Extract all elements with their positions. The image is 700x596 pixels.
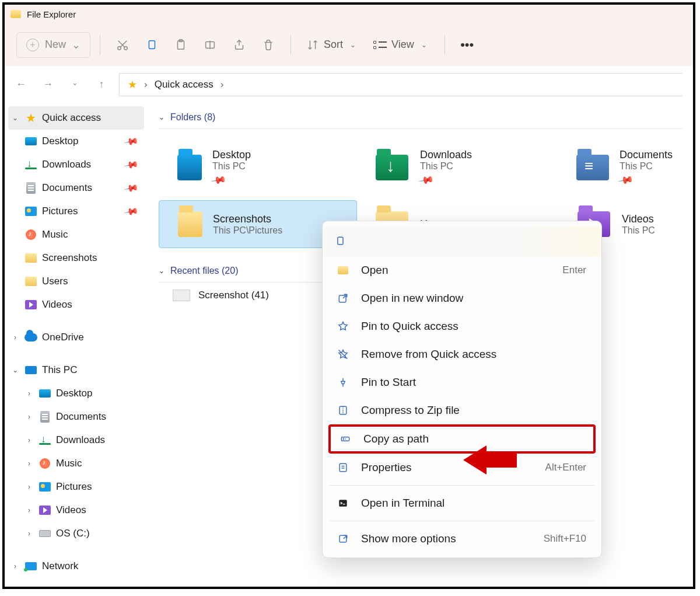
chevron-right-icon[interactable]: ›	[24, 413, 34, 421]
tree-item-desktop[interactable]: Desktop📌	[5, 130, 148, 153]
chevron-right-icon[interactable]: ›	[24, 436, 34, 444]
drive-icon	[39, 530, 51, 537]
tree-item-screenshots[interactable]: Screenshots	[5, 246, 148, 270]
tree-item-users[interactable]: Users	[5, 270, 148, 293]
tile-title: Downloads	[420, 149, 472, 161]
ctx-properties[interactable]: Properties Alt+Enter	[323, 454, 601, 482]
rename-button[interactable]	[197, 32, 223, 58]
tree-item-documents[interactable]: Documents📌	[5, 176, 148, 200]
ctx-open-terminal[interactable]: Open in Terminal	[323, 489, 601, 517]
folder-tile-desktop[interactable]: DesktopThis PC📌	[159, 140, 357, 196]
ctx-show-more-options[interactable]: Show more options Shift+F10	[323, 525, 601, 553]
pin-icon: 📌	[617, 172, 634, 189]
nav-back-button[interactable]: ←	[15, 78, 27, 90]
pictures-icon	[25, 207, 37, 216]
paste-button[interactable]	[168, 32, 194, 58]
pin-icon: 📌	[123, 203, 139, 219]
chevron-right-icon[interactable]: ›	[10, 562, 20, 570]
nav-forward-button[interactable]: →	[42, 78, 54, 90]
tree-item-pc-music[interactable]: ›Music	[5, 452, 148, 475]
chevron-down-icon[interactable]: ⌄	[10, 114, 20, 122]
star-icon: ★	[24, 111, 37, 124]
tree-network[interactable]: ›Network	[5, 555, 148, 578]
ctx-remove-quick-access[interactable]: Remove from Quick access	[323, 340, 601, 368]
ctx-copy-as-path[interactable]: Copy as path	[331, 427, 593, 451]
ctx-open[interactable]: Open Enter	[323, 256, 601, 284]
recent-section-header[interactable]: ⌄ Recent files (20)	[159, 261, 322, 283]
chevron-down-icon: ⌄	[350, 41, 356, 49]
tree-onedrive[interactable]: ›OneDrive	[5, 326, 148, 349]
annotation-highlight-box: Copy as path	[328, 424, 596, 454]
chevron-right-icon[interactable]: ›	[24, 506, 34, 514]
pc-icon	[25, 366, 37, 374]
tree-item-pc-os[interactable]: ›OS (C:)	[5, 522, 148, 545]
tree-item-videos[interactable]: Videos	[5, 293, 148, 316]
tree-item-pc-documents[interactable]: ›Documents	[5, 405, 148, 428]
svg-rect-13	[340, 463, 346, 471]
tree-item-pc-videos[interactable]: ›Videos	[5, 499, 148, 522]
folder-tile-downloads[interactable]: DownloadsThis PC📌	[366, 140, 559, 196]
view-button[interactable]: View ⌄	[368, 32, 435, 58]
nav-recent-button[interactable]: ⌄	[69, 78, 80, 90]
titlebar: File Explorer	[5, 5, 693, 23]
ctx-shortcut: Shift+F10	[544, 533, 586, 545]
chevron-down-icon: ⌄	[72, 39, 80, 51]
download-icon	[25, 160, 37, 169]
tile-sub: This PC\Pictures	[213, 225, 282, 236]
ctx-compress-zip[interactable]: Compress to Zip file	[323, 396, 601, 424]
music-icon	[40, 458, 50, 469]
tile-sub: This PC	[420, 161, 472, 172]
breadcrumb-location[interactable]: Quick access	[155, 79, 214, 90]
pin-icon: 📌	[123, 180, 139, 196]
ctx-pin-quick-access[interactable]: Pin to Quick access	[323, 312, 601, 340]
chevron-right-icon: ›	[144, 79, 148, 90]
chevron-right-icon[interactable]: ›	[24, 459, 34, 468]
chevron-right-icon[interactable]: ›	[24, 389, 34, 398]
ctx-label: Compress to Zip file	[361, 404, 460, 417]
folders-section-header[interactable]: ⌄ Folders (8)	[159, 107, 682, 129]
tree-item-downloads[interactable]: Downloads📌	[5, 153, 148, 176]
cut-button[interactable]	[110, 32, 135, 58]
more-button[interactable]: •••	[454, 32, 480, 58]
delete-button[interactable]	[256, 32, 281, 58]
tree-label: Downloads	[42, 159, 91, 170]
chevron-right-icon[interactable]: ›	[24, 529, 34, 538]
pin-icon: 📌	[123, 156, 139, 172]
tree-item-pc-pictures[interactable]: ›Pictures	[5, 475, 148, 499]
tree-label: Users	[42, 276, 68, 287]
tree-label: Downloads	[56, 434, 105, 446]
new-button[interactable]: + New ⌄	[16, 32, 90, 58]
ctx-open-new-window[interactable]: Open in new window	[323, 284, 601, 312]
chevron-right-icon[interactable]: ›	[10, 333, 20, 341]
tree-item-pc-desktop[interactable]: ›Desktop	[5, 382, 148, 405]
document-icon	[26, 182, 36, 194]
tree-item-pictures[interactable]: Pictures📌	[5, 200, 148, 223]
sort-button[interactable]: Sort ⌄	[300, 32, 364, 58]
address-bar[interactable]: ★ › Quick access ›	[119, 73, 682, 96]
copy-button[interactable]	[139, 32, 164, 58]
annotation-arrow	[463, 445, 517, 475]
star-icon: ★	[128, 78, 137, 91]
chevron-right-icon: ›	[220, 79, 224, 90]
tree-quick-access[interactable]: ⌄ ★ Quick access	[8, 106, 144, 130]
new-label: New	[45, 39, 66, 51]
nav-up-button[interactable]: ↑	[96, 78, 107, 90]
tree-item-pc-downloads[interactable]: ›Downloads	[5, 428, 148, 452]
folder-tile-documents[interactable]: DocumentsThis PC📌	[568, 140, 679, 196]
ctx-pin-to-start[interactable]: Pin to Start	[323, 368, 601, 396]
pin-icon	[337, 376, 349, 389]
ctx-label: Open	[361, 264, 388, 277]
tree-this-pc[interactable]: ⌄This PC	[5, 358, 148, 382]
terminal-icon	[337, 497, 349, 510]
chevron-right-icon[interactable]: ›	[24, 483, 34, 491]
share-button[interactable]	[226, 32, 252, 58]
sort-label: Sort	[324, 39, 343, 51]
chevron-down-icon[interactable]: ⌄	[10, 366, 20, 374]
copy-icon[interactable]	[334, 234, 346, 248]
desktop-icon	[25, 137, 37, 145]
tree-item-music[interactable]: Music	[5, 223, 148, 246]
plus-icon: +	[26, 39, 39, 51]
tree-label: Desktop	[42, 135, 78, 147]
copy-icon	[145, 39, 158, 51]
recent-file-name: Screenshot (41)	[198, 290, 269, 301]
